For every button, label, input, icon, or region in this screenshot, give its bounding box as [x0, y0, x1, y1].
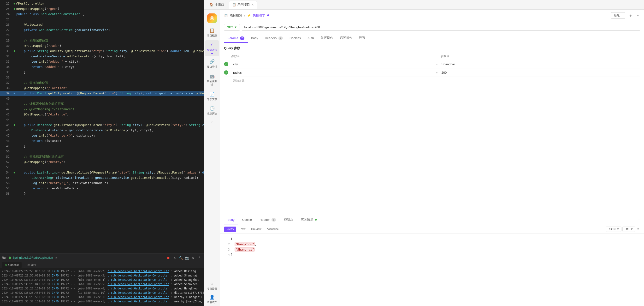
- body-tab[interactable]: Body: [248, 34, 262, 43]
- snapshot-button[interactable]: 📷: [185, 255, 190, 260]
- body-response-tab[interactable]: Body: [224, 215, 238, 224]
- preview-tab[interactable]: Preview: [249, 226, 264, 232]
- close-run-tab-icon[interactable]: ✕: [56, 256, 57, 259]
- sidebar-item-docs[interactable]: 📄 分享文档: [205, 90, 219, 103]
- console-tabs: ⊙ Console Actuator: [0, 262, 204, 268]
- sidebar-expand-icon[interactable]: ›: [211, 119, 213, 124]
- code-text: // 计算两个城市之间的距离: [16, 101, 202, 107]
- api-content: 📋 项目概览 / ⚡ 快捷请求 新建... + ⋯ GET ▼: [220, 10, 644, 306]
- url-input[interactable]: [242, 24, 640, 31]
- cookie-response-tab[interactable]: Cookie: [239, 215, 255, 224]
- resp-line-4: 4 ]: [224, 252, 640, 257]
- resp-line-2: 2 "HangZhou",: [224, 242, 640, 247]
- code-text: @PostMapping("/add"): [16, 43, 202, 49]
- add-param-button[interactable]: 添加参数: [224, 79, 640, 83]
- header-response-tab[interactable]: Header 5: [256, 215, 279, 224]
- new-button[interactable]: 新建...: [611, 12, 625, 19]
- console-pid: 19772 ---: [61, 278, 76, 282]
- sidebar-item-history[interactable]: 🕐 请求历史: [205, 104, 219, 117]
- console-class[interactable]: c.c.b.demos.web.GeoLocationController: [108, 273, 169, 278]
- console-class[interactable]: c.c.b.demos.web.GeoLocationController: [108, 291, 169, 295]
- main-window-tab[interactable]: 🏠 主窗口: [207, 1, 227, 9]
- pretty-label: Pretty: [226, 227, 234, 231]
- visualize-tab[interactable]: Visualize: [265, 226, 281, 232]
- example-project-tab[interactable]: 📋 示例项目 ✕: [229, 1, 257, 9]
- breakpoint-icon[interactable]: ●: [12, 49, 16, 54]
- code-line-45: 45 ● public Distance getDistance(@Reques…: [0, 122, 204, 128]
- console-level: INFO: [52, 273, 59, 278]
- sidebar-item-invite[interactable]: 👤 邀请成员: [205, 292, 219, 306]
- code-line-32: 32 geoLocationService.addGeoLocation(cit…: [0, 54, 204, 59]
- post-action-tab[interactable]: 后置操作: [336, 33, 356, 43]
- code-line-33: 33 log.info("Added " + city);: [0, 59, 204, 64]
- build-button[interactable]: 🔨: [178, 255, 183, 260]
- more-options-button[interactable]: ⋯: [636, 12, 640, 19]
- method-label: GET: [227, 26, 233, 29]
- more-response-icon[interactable]: ⋯: [638, 218, 640, 222]
- pre-action-tab[interactable]: 前置操作: [317, 33, 336, 43]
- add-button[interactable]: +: [627, 12, 634, 19]
- encoding-dropdown[interactable]: utf8 ▼: [622, 226, 635, 232]
- console-response-tab[interactable]: 控制台: [280, 215, 296, 225]
- main-window-label: 主窗口: [215, 3, 224, 7]
- preview-label: Preview: [251, 227, 262, 231]
- console-thread: [io-8080-exec-10]: [78, 291, 106, 295]
- restart-button[interactable]: ↻: [172, 255, 177, 260]
- console-class[interactable]: c.c.b.demos.web.GeoLocationController: [108, 286, 169, 291]
- breakpoint-icon[interactable]: ●: [12, 170, 16, 175]
- cookies-tab[interactable]: Cookies: [286, 34, 304, 43]
- breakpoint-icon[interactable]: ●: [12, 122, 16, 128]
- resp-str-shanghai: "Shanghai": [234, 247, 255, 251]
- headers-tab[interactable]: Headers 7: [262, 34, 286, 43]
- console-pid: 19772 ---: [61, 282, 76, 286]
- sidebar-item-automation[interactable]: 🤖 自动化测试: [205, 72, 219, 89]
- breadcrumb-overview[interactable]: 📋: [224, 14, 228, 17]
- pretty-tab[interactable]: Pretty: [224, 226, 236, 232]
- sidebar-item-quick-request[interactable]: ⚡ 快捷请求: [205, 40, 219, 56]
- method-select[interactable]: GET ▼: [224, 24, 240, 31]
- console-tab-label: Console: [8, 263, 19, 267]
- console-tab[interactable]: ⊙ Console: [2, 262, 22, 268]
- automation-label: 自动化测试: [206, 80, 218, 87]
- sidebar-item-settings[interactable]: ⚙️ 项目设置: [205, 279, 219, 292]
- line-number: 35: [2, 70, 10, 75]
- breakpoint-icon[interactable]: ●: [12, 6, 16, 12]
- check-radius-icon: ✓: [224, 70, 228, 75]
- post-action-label: 后置操作: [340, 36, 352, 40]
- console-class[interactable]: c.c.b.demos.web.GeoLocationController: [108, 278, 169, 282]
- raw-tab[interactable]: Raw: [237, 226, 248, 232]
- line-number: 32: [2, 54, 10, 59]
- console-class[interactable]: c.c.b.demos.web.GeoLocationController: [108, 299, 169, 303]
- breakpoint-icon[interactable]: ●: [12, 91, 16, 96]
- settings-tab[interactable]: 设置: [356, 33, 369, 43]
- settings-run-button[interactable]: ⚙: [191, 255, 196, 260]
- check-radius[interactable]: ✓: [224, 70, 231, 75]
- console-timestamp: 2024-10-09T22:33:23.560+08:00: [2, 295, 50, 299]
- console-level: INFO: [52, 295, 59, 299]
- line-number: 38: [2, 85, 10, 91]
- format-lines-icon[interactable]: ≡: [636, 226, 640, 232]
- params-tab[interactable]: Params 2: [224, 34, 248, 43]
- actuator-tab[interactable]: Actuator: [22, 262, 39, 268]
- breakpoint-icon[interactable]: ●: [12, 1, 16, 6]
- check-city[interactable]: ✓: [224, 62, 231, 66]
- more-run-button[interactable]: ⋮: [197, 255, 202, 260]
- api-top-bar: 🏠 主窗口 📋 示例项目 ✕: [204, 0, 644, 10]
- console-class[interactable]: c.c.b.demos.web.GeoLocationController: [108, 295, 169, 299]
- console-class[interactable]: c.c.b.demos.web.GeoLocationController: [108, 269, 169, 273]
- console-class[interactable]: c.c.b.demos.web.GeoLocationController: [108, 282, 169, 286]
- stop-button[interactable]: ■: [166, 255, 171, 260]
- line-number: 48: [2, 138, 10, 144]
- sidebar-item-interface[interactable]: 🔗 接口管理: [205, 57, 219, 71]
- code-line-27: 27 private GeoLocationService geoLocatio…: [0, 27, 204, 33]
- api-sidebar: 📋 项目概览 ⚡ 快捷请求 🔗 接口管理 🤖 自动化测试 📄 分享文档 �: [204, 10, 220, 306]
- actual-request-dot-icon: [315, 219, 317, 221]
- close-tab-icon[interactable]: ✕: [251, 3, 254, 7]
- actual-request-tab[interactable]: 实际请求: [298, 215, 320, 225]
- line-number: 25: [2, 17, 10, 22]
- json-dropdown[interactable]: JSON ▼: [606, 226, 622, 232]
- code-line-53: 53: [0, 165, 204, 170]
- line-number: 46: [2, 128, 10, 133]
- auth-tab[interactable]: Auth: [304, 34, 317, 43]
- sidebar-item-overview[interactable]: 📋 项目概览: [205, 26, 219, 39]
